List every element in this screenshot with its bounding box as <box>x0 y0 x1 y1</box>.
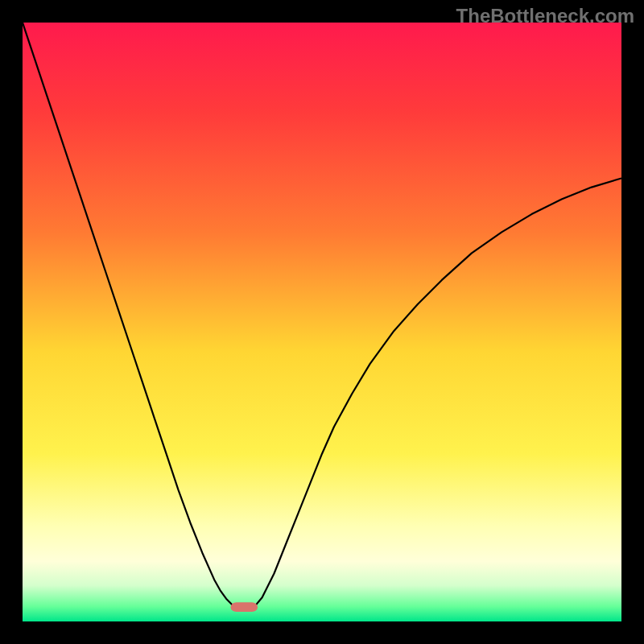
bottleneck-marker <box>231 602 258 612</box>
plot-area <box>23 23 621 621</box>
chart-container: TheBottleneck.com <box>0 0 644 644</box>
chart-svg <box>23 23 621 621</box>
chart-background <box>23 23 621 621</box>
watermark-text: TheBottleneck.com <box>456 5 634 27</box>
